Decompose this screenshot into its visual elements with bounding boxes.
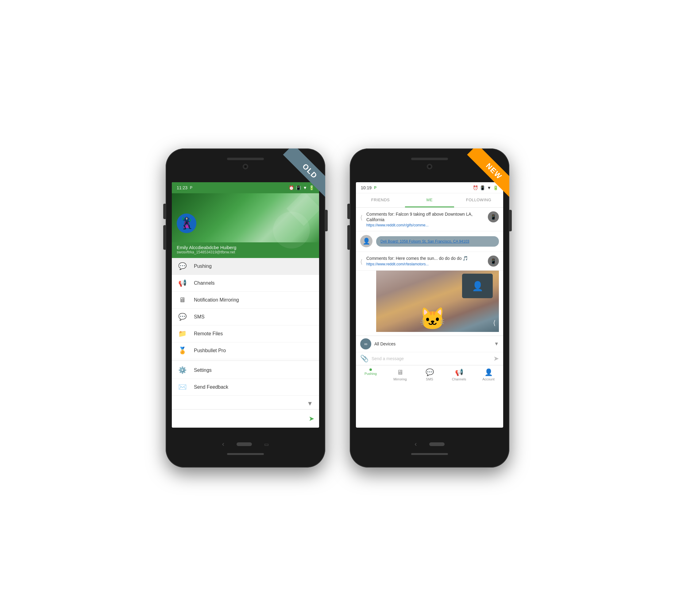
vol-down-button-old <box>163 225 166 250</box>
tab-me[interactable]: ME <box>405 193 454 207</box>
infinity-icon: ∞ <box>364 341 367 346</box>
share-icon-falcon[interactable]: ⟨ <box>360 214 363 221</box>
chevron-down-icon[interactable]: ▼ <box>494 341 499 346</box>
old-email: swosvftrka_1548534319@tfbnw.net <box>177 250 314 254</box>
nav-channels-label: Channels <box>452 377 466 381</box>
tv-icon: 👤 <box>472 281 483 292</box>
tab-friends[interactable]: FRIENDS <box>356 193 405 207</box>
feed-item-deli: 👤 Deli Board: 1058 Folsom St, San Franci… <box>356 231 503 252</box>
menu-item-pushbullet-pro[interactable]: 🏅 Pushbullet Pro <box>172 342 319 359</box>
sun-link[interactable]: https://www.reddit.com/r/teslamotors... <box>366 262 484 266</box>
old-send-area: ➤ <box>172 409 319 428</box>
pushing-label: Pushing <box>194 263 212 269</box>
pro-label: Pushbullet Pro <box>194 348 226 354</box>
cat-image-wrapper: 👤 🐱 ⟨ <box>356 271 503 335</box>
power-button-old <box>325 210 328 231</box>
menu-item-channels[interactable]: 📢 Channels <box>172 275 319 292</box>
old-header-bg: 🦹 <box>172 193 319 242</box>
nav-channels[interactable]: 📢 Channels <box>444 367 474 382</box>
new-pushbullet-icon: P <box>374 185 376 190</box>
deli-bubble: Deli Board: 1058 Folsom St, San Francisc… <box>376 236 499 247</box>
nav-sms[interactable]: 💬 SMS <box>415 367 444 382</box>
send-button[interactable]: ➤ <box>494 355 499 363</box>
new-status-bar: 10:19 P ⏰ 📳 ▼ 🔋 <box>356 182 503 193</box>
old-screen: 11:23 P ⏰ 📳 ▼ 🔋 🦹 Emily Alc <box>172 182 319 428</box>
phone-send-icon-2: 📱 <box>490 258 497 264</box>
sun-phone-icon[interactable]: 📱 <box>488 255 499 266</box>
old-nav-bar: ‹ ▭ <box>222 440 269 448</box>
recents-button[interactable]: ▭ <box>264 442 269 447</box>
new-alarm-icon: ⏰ <box>473 185 478 190</box>
old-header: 🦹 Emily Alccdieabdcbe Huiberg swosvftrka… <box>172 193 319 258</box>
share-icon-sun[interactable]: ⟨ <box>360 258 363 265</box>
old-menu-list: 💬 Pushing 📢 Channels 🖥 Notification Mirr… <box>172 258 319 412</box>
settings-label: Settings <box>194 368 212 373</box>
old-status-bar: 11:23 P ⏰ 📳 ▼ 🔋 <box>172 182 319 193</box>
menu-item-send-feedback[interactable]: ✉️ Send Feedback <box>172 379 319 396</box>
wifi-icon: ▼ <box>303 185 307 190</box>
menu-item-settings[interactable]: ⚙️ Settings <box>172 362 319 379</box>
nav-mirroring-label: Mirroring <box>393 377 406 381</box>
new-bottom: ‹ <box>350 428 509 467</box>
message-input[interactable]: Send a message <box>372 356 490 361</box>
more-icon: ▼ <box>307 400 313 407</box>
nav-mirroring[interactable]: 🖥 Mirroring <box>385 367 415 382</box>
avatar-emoji: 🦹 <box>180 217 194 230</box>
feed-item-sun-header: ⟨ Comments for: Here comes the sun... do… <box>356 252 503 271</box>
bottom-bar-old <box>227 453 264 455</box>
cat-emoji: 🐱 <box>419 308 446 329</box>
all-devices-icon: ∞ <box>360 338 371 350</box>
new-time: 10:19 <box>361 185 372 190</box>
sun-title: Comments for: Here comes the sun... do d… <box>366 255 484 261</box>
old-bottom: ‹ ▭ <box>166 428 325 467</box>
pro-icon: 🏅 <box>178 346 186 355</box>
new-screen: 10:19 P ⏰ 📳 ▼ 🔋 FRIENDS ME FOLLOWING <box>356 182 503 428</box>
back-button[interactable]: ‹ <box>222 440 224 448</box>
tab-following[interactable]: FOLLOWING <box>454 193 503 207</box>
nav-account[interactable]: 👤 Account <box>474 367 503 382</box>
old-time: 11:23 <box>177 185 188 190</box>
pushing-icon: 💬 <box>178 262 186 270</box>
sms-label: SMS <box>194 314 205 320</box>
old-send-button[interactable]: ➤ <box>309 415 314 423</box>
falcon-phone-icon[interactable]: 📱 <box>488 211 499 222</box>
attach-icon[interactable]: 📎 <box>360 355 369 363</box>
channels-icon: 📢 <box>178 279 186 287</box>
device-selector-row: ∞ All Devices ▼ <box>356 335 503 352</box>
new-back-button[interactable]: ‹ <box>415 440 417 448</box>
menu-item-sms[interactable]: 💬 SMS <box>172 309 319 325</box>
new-vibrate-icon: 📳 <box>480 185 485 190</box>
tabs-bar: FRIENDS ME FOLLOWING <box>356 193 503 208</box>
old-avatar: 🦹 <box>177 214 196 233</box>
mirroring-nav-icon: 🖥 <box>397 369 403 376</box>
new-home-button[interactable] <box>429 442 445 446</box>
feedback-icon: ✉️ <box>178 383 186 391</box>
menu-item-remote-files[interactable]: 📁 Remote Files <box>172 325 319 342</box>
deli-bubble-text[interactable]: Deli Board: 1058 Folsom St, San Francisc… <box>380 239 495 244</box>
message-input-row: 📎 Send a message ➤ <box>356 352 503 365</box>
channels-nav-icon: 📢 <box>455 369 463 376</box>
menu-item-notification-mirroring[interactable]: 🖥 Notification Mirroring <box>172 292 319 309</box>
old-status-right: ⏰ 📳 ▼ 🔋 <box>289 185 314 190</box>
menu-item-pushing[interactable]: 💬 Pushing <box>172 258 319 275</box>
deli-avatar: 👤 <box>360 235 372 247</box>
nav-pushing[interactable]: Pushing <box>356 367 385 382</box>
home-button[interactable] <box>237 442 252 446</box>
sms-nav-icon: 💬 <box>426 369 434 376</box>
old-pushbullet-icon: P <box>190 185 193 190</box>
remote-files-icon: 📁 <box>178 330 186 338</box>
falcon-title: Comments for: Falcon 9 taking off above … <box>366 211 484 222</box>
mirroring-label: Notification Mirroring <box>194 297 239 303</box>
share-icon-cat[interactable]: ⟨ <box>493 319 496 327</box>
new-phone: 10:19 P ⏰ 📳 ▼ 🔋 FRIENDS ME FOLLOWING <box>350 149 509 467</box>
account-nav-icon: 👤 <box>484 369 493 376</box>
new-status-left: 10:19 P <box>361 185 376 190</box>
vol-up-button-old <box>163 204 166 219</box>
menu-divider-1 <box>172 361 319 361</box>
vol-down-button-new <box>347 225 350 250</box>
phone-send-icon: 📱 <box>490 214 497 220</box>
tv-screen: 👤 <box>462 274 493 298</box>
channels-label: Channels <box>194 281 215 286</box>
falcon-link[interactable]: https://www.reddit.com/r/gifs/comme... <box>366 223 484 227</box>
remote-files-label: Remote Files <box>194 331 223 336</box>
